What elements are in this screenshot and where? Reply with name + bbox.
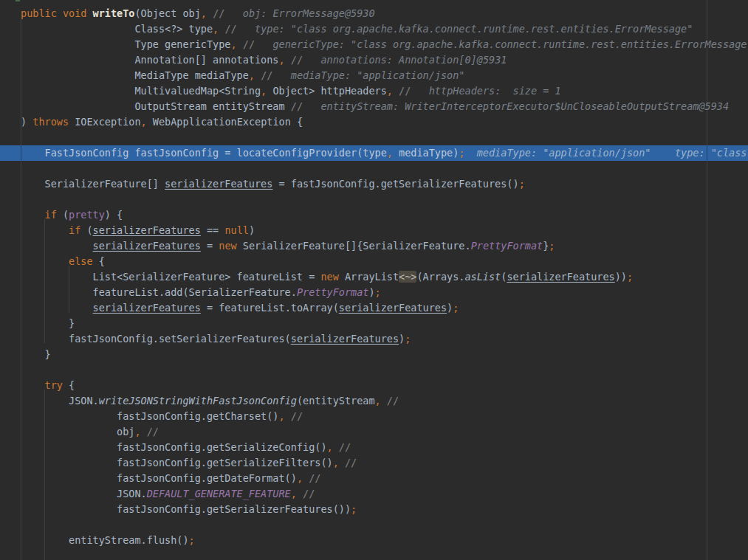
static-field-token: DEFAULT_GENERATE_FEATURE	[147, 488, 291, 499]
code-token: IOException	[69, 116, 141, 128]
code-token: fastJsonConfig.getCharset()	[21, 410, 279, 422]
folded-generics-region[interactable]: <~>	[399, 271, 416, 283]
static-method-token: asList	[464, 271, 501, 283]
variable-token: serializerFeatures	[93, 240, 201, 252]
punctuation-token: ;	[453, 302, 459, 314]
code-line[interactable]: serializerFeatures = new SerializerFeatu…	[0, 238, 748, 254]
code-token: ) {	[105, 209, 123, 221]
code-line[interactable]: featureList.add(SerializerFeature.Pretty…	[0, 285, 748, 300]
code-token	[237, 38, 243, 50]
code-line[interactable]: MediaType mediaType, // mediaType: "appl…	[0, 68, 748, 83]
punctuation-token: ,	[249, 69, 255, 81]
guide-over-execution-line	[21, 145, 21, 161]
punctuation-token: ;	[405, 333, 411, 345]
code-editor[interactable]: public void writeTo(Object obj, // obj: …	[0, 0, 748, 560]
code-token	[303, 472, 309, 484]
code-line[interactable]: }	[0, 347, 748, 362]
comment-token: //	[147, 426, 159, 438]
code-line[interactable]: JSON.DEFAULT_GENERATE_FEATURE, //	[0, 486, 748, 502]
code-line[interactable]: OutputStream entityStream // entityStrea…	[0, 99, 748, 114]
code-line[interactable]: Annotation[] annotations, // annotations…	[0, 52, 748, 68]
comment-token: //	[213, 7, 224, 19]
code-token	[381, 395, 387, 407]
guide-over-execution-line	[707, 145, 707, 161]
debugger-inline-hint: mediaType: "application/json"	[272, 69, 464, 81]
execution-line-highlight[interactable]: FastJsonConfig fastJsonConfig = locateCo…	[0, 145, 748, 161]
code-line[interactable]: Type genericType, // genericType: "class…	[0, 37, 748, 52]
code-line[interactable]: serializerFeatures = featureList.toArray…	[0, 300, 748, 316]
code-line[interactable]	[0, 517, 748, 533]
code-line[interactable]: SerializerFeature[] serializerFeatures =…	[0, 176, 748, 192]
code-token: Type genericType	[21, 38, 230, 50]
code-token: Class<?> type	[21, 23, 213, 35]
code-line[interactable]: try {	[0, 378, 748, 393]
code-token: JSON.	[21, 488, 147, 499]
variable-token: serializerFeatures	[507, 271, 614, 283]
punctuation-token: ,	[297, 472, 303, 484]
code-token	[297, 488, 303, 499]
code-line[interactable]: Class<?> type, // type: "class org.apach…	[0, 21, 748, 37]
code-line[interactable]: ) throws IOException, WebApplicationExce…	[0, 114, 748, 130]
code-token: }	[21, 348, 51, 360]
code-line[interactable]: List<SerializerFeature> featureList = ne…	[0, 269, 748, 285]
comment-token: //	[387, 395, 399, 407]
keyword-token: try	[21, 379, 63, 391]
code-token	[339, 457, 345, 469]
code-token: )	[249, 224, 255, 236]
code-line[interactable]: if (serializerFeatures == null)	[0, 223, 748, 238]
debugger-inline-hint: annotations: Annotation[0]@5931	[303, 54, 507, 66]
punctuation-token: ,	[279, 410, 285, 422]
code-line[interactable]: fastJsonConfig.getSerializeConfig(), //	[0, 440, 748, 455]
code-lines: public void writeTo(Object obj, // obj: …	[0, 6, 748, 560]
code-token: WebApplicationException {	[147, 116, 303, 128]
keyword-token: new	[320, 271, 338, 283]
code-line[interactable]: fastJsonConfig.getCharset(), //	[0, 409, 748, 424]
code-line[interactable]: public void writeTo(Object obj, // obj: …	[0, 6, 748, 21]
code-line[interactable]: obj, //	[0, 424, 748, 440]
code-token	[21, 240, 93, 252]
code-line[interactable]: else {	[0, 254, 748, 269]
method-name-token: writeTo	[93, 7, 135, 19]
punctuation-token: ;	[519, 178, 525, 190]
keyword-token: throws	[32, 116, 69, 128]
code-line[interactable]: fastJsonConfig.getDateFormat(), //	[0, 471, 748, 486]
punctuation-token: ;	[375, 286, 381, 298]
code-line[interactable]	[0, 192, 748, 207]
keyword-token: if	[21, 209, 57, 221]
code-token	[141, 426, 147, 438]
code-token	[333, 441, 339, 453]
code-line[interactable]: }	[0, 316, 748, 331]
code-token: obj	[21, 426, 134, 438]
code-line[interactable]	[0, 362, 748, 378]
code-line[interactable]	[0, 161, 748, 176]
code-line[interactable]	[0, 130, 748, 145]
code-token: featureList.add(SerializerFeature.	[21, 286, 297, 298]
code-line[interactable]: fastJsonConfig.getSerializerFeatures());	[0, 502, 748, 517]
code-token: =	[201, 240, 219, 252]
code-line[interactable]: if (pretty) {	[0, 207, 748, 223]
variable-token: serializerFeatures	[93, 224, 201, 236]
code-line[interactable]: entityStream.flush();	[0, 533, 748, 548]
code-line[interactable]: fastJsonConfig.setSerializerFeatures(ser…	[0, 331, 748, 347]
code-line[interactable]: fastJsonConfig.getSerializeFilters(), //	[0, 455, 748, 471]
field-token: pretty	[69, 209, 105, 221]
code-line[interactable]: MultivaluedMap<String, Object> httpHeade…	[0, 83, 748, 99]
code-token: ))	[615, 271, 627, 283]
keyword-token: new	[219, 240, 236, 252]
static-method-token: writeJSONStringWithFastJsonConfig	[99, 395, 297, 407]
code-token: Annotation[] annotations	[21, 54, 279, 66]
code-token: = fastJsonConfig.getSerializerFeatures()	[272, 178, 518, 190]
comment-token: //	[399, 85, 411, 97]
code-token: ==	[201, 224, 225, 236]
code-line[interactable]	[0, 548, 748, 560]
static-field-token: PrettyFormat	[297, 286, 369, 298]
code-token: (Arrays.	[416, 271, 464, 283]
code-token: fastJsonConfig.getSerializeFilters()	[21, 457, 333, 469]
code-token: = featureList.toArray(	[201, 302, 339, 314]
code-line[interactable]: JSON.writeJSONStringWithFastJsonConfig(e…	[0, 393, 748, 409]
debugger-inline-hint: obj: ErrorMessage@5930	[224, 7, 374, 19]
punctuation-token: ,	[230, 38, 236, 50]
code-token: fastJsonConfig.getSerializeConfig()	[21, 441, 327, 453]
clipped-previous-line-fragment	[16, 0, 20, 1]
punctuation-token: ;	[351, 503, 357, 515]
